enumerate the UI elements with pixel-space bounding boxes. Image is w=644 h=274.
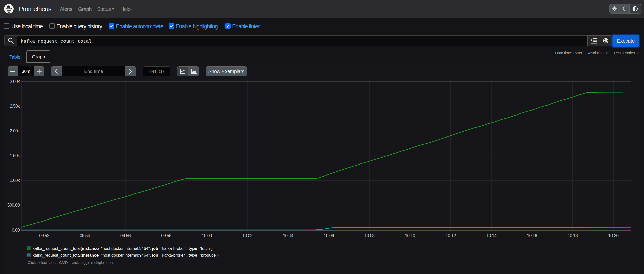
svg-text:2.50k: 2.50k	[10, 104, 20, 109]
svg-text:2.00k: 2.00k	[10, 128, 20, 133]
svg-text:10:18: 10:18	[568, 233, 578, 238]
svg-text:10:00: 10:00	[202, 233, 212, 238]
svg-text:1.50k: 1.50k	[10, 153, 20, 158]
svg-text:10:16: 10:16	[527, 233, 537, 238]
svg-text:0.00: 0.00	[12, 228, 20, 233]
svg-text:10:20: 10:20	[608, 233, 619, 238]
svg-text:10:08: 10:08	[364, 233, 374, 238]
svg-text:09:52: 09:52	[39, 233, 49, 238]
svg-text:10:04: 10:04	[283, 233, 293, 238]
svg-text:10:14: 10:14	[486, 233, 497, 238]
svg-text:09:54: 09:54	[80, 233, 90, 238]
svg-text:10:06: 10:06	[324, 233, 334, 238]
svg-text:10:10: 10:10	[405, 233, 415, 238]
svg-text:1.00k: 1.00k	[10, 178, 20, 183]
svg-text:09:58: 09:58	[161, 233, 171, 238]
svg-text:09:56: 09:56	[120, 233, 131, 238]
svg-text:500.00: 500.00	[7, 203, 20, 208]
svg-text:10:12: 10:12	[446, 233, 456, 238]
svg-text:10:02: 10:02	[242, 233, 252, 238]
svg-text:3.00k: 3.00k	[10, 79, 20, 84]
